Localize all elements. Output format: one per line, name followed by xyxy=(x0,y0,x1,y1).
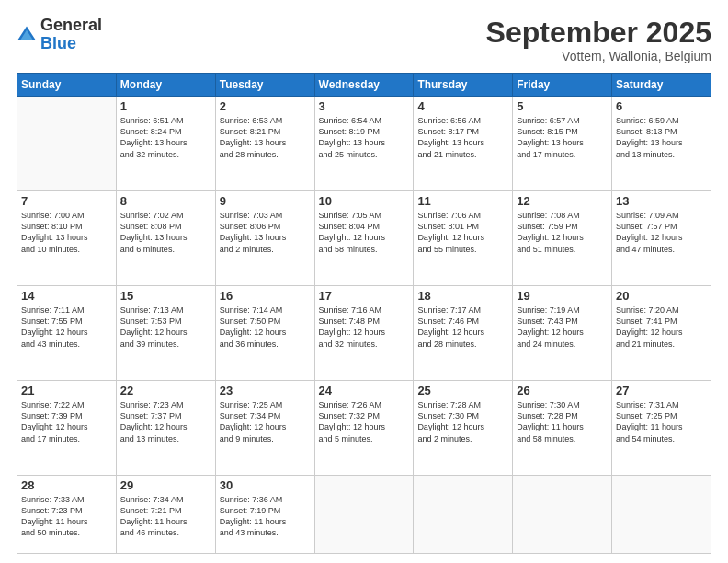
day-number: 10 xyxy=(319,194,410,208)
week-row-4: 21Sunrise: 7:22 AM Sunset: 7:39 PM Dayli… xyxy=(17,381,711,476)
table-cell xyxy=(314,476,414,554)
table-cell: 6Sunrise: 6:59 AM Sunset: 8:13 PM Daylig… xyxy=(612,97,711,191)
logo-general-text: General xyxy=(40,17,102,35)
table-cell: 24Sunrise: 7:26 AM Sunset: 7:32 PM Dayli… xyxy=(314,381,414,476)
day-number: 19 xyxy=(517,289,608,303)
table-cell: 28Sunrise: 7:33 AM Sunset: 7:23 PM Dayli… xyxy=(17,476,117,554)
table-cell xyxy=(612,476,711,554)
day-number: 15 xyxy=(120,289,211,303)
day-number: 11 xyxy=(417,194,508,208)
day-info: Sunrise: 7:19 AM Sunset: 7:43 PM Dayligh… xyxy=(517,304,608,350)
week-row-2: 7Sunrise: 7:00 AM Sunset: 8:10 PM Daylig… xyxy=(17,191,711,286)
day-info: Sunrise: 6:53 AM Sunset: 8:21 PM Dayligh… xyxy=(220,115,311,160)
table-cell: 19Sunrise: 7:19 AM Sunset: 7:43 PM Dayli… xyxy=(513,286,612,381)
day-number: 25 xyxy=(417,384,508,397)
day-number: 29 xyxy=(120,478,211,492)
table-cell: 11Sunrise: 7:06 AM Sunset: 8:01 PM Dayli… xyxy=(414,191,513,286)
day-number: 3 xyxy=(319,99,410,113)
day-info: Sunrise: 7:08 AM Sunset: 7:59 PM Dayligh… xyxy=(517,210,608,255)
day-number: 6 xyxy=(616,99,707,113)
logo-blue-text: Blue xyxy=(40,35,102,53)
day-info: Sunrise: 6:57 AM Sunset: 8:15 PM Dayligh… xyxy=(517,115,608,160)
table-cell: 26Sunrise: 7:30 AM Sunset: 7:28 PM Dayli… xyxy=(513,381,612,476)
table-cell: 13Sunrise: 7:09 AM Sunset: 7:57 PM Dayli… xyxy=(612,191,711,286)
title-block: September 2025 Vottem, Wallonia, Belgium xyxy=(486,17,711,63)
day-number: 1 xyxy=(120,99,211,113)
day-number: 20 xyxy=(616,289,707,303)
day-number: 13 xyxy=(616,194,707,208)
table-cell: 9Sunrise: 7:03 AM Sunset: 8:06 PM Daylig… xyxy=(215,191,314,286)
day-number: 30 xyxy=(220,478,311,492)
table-cell: 18Sunrise: 7:17 AM Sunset: 7:46 PM Dayli… xyxy=(414,286,513,381)
day-number: 24 xyxy=(319,384,410,397)
day-info: Sunrise: 7:13 AM Sunset: 7:53 PM Dayligh… xyxy=(120,304,211,350)
week-row-3: 14Sunrise: 7:11 AM Sunset: 7:55 PM Dayli… xyxy=(17,286,711,381)
table-cell: 8Sunrise: 7:02 AM Sunset: 8:08 PM Daylig… xyxy=(116,191,215,286)
day-number: 18 xyxy=(417,289,508,303)
day-number: 26 xyxy=(517,384,608,397)
day-info: Sunrise: 6:56 AM Sunset: 8:17 PM Dayligh… xyxy=(417,115,508,160)
header-saturday: Saturday xyxy=(612,74,711,97)
day-info: Sunrise: 7:09 AM Sunset: 7:57 PM Dayligh… xyxy=(616,210,707,255)
day-info: Sunrise: 7:03 AM Sunset: 8:06 PM Dayligh… xyxy=(220,210,311,255)
day-number: 22 xyxy=(120,384,211,397)
day-info: Sunrise: 7:16 AM Sunset: 7:48 PM Dayligh… xyxy=(319,304,410,350)
day-info: Sunrise: 7:17 AM Sunset: 7:46 PM Dayligh… xyxy=(417,304,508,350)
day-number: 14 xyxy=(21,289,112,303)
day-info: Sunrise: 7:06 AM Sunset: 8:01 PM Dayligh… xyxy=(417,210,508,255)
day-number: 2 xyxy=(220,99,311,113)
table-cell xyxy=(414,476,513,554)
month-title: September 2025 xyxy=(486,17,711,49)
table-cell: 27Sunrise: 7:31 AM Sunset: 7:25 PM Dayli… xyxy=(612,381,711,476)
table-cell: 15Sunrise: 7:13 AM Sunset: 7:53 PM Dayli… xyxy=(116,286,215,381)
table-cell: 1Sunrise: 6:51 AM Sunset: 8:24 PM Daylig… xyxy=(116,97,215,191)
day-number: 16 xyxy=(220,289,311,303)
day-info: Sunrise: 7:22 AM Sunset: 7:39 PM Dayligh… xyxy=(21,399,112,444)
table-cell: 20Sunrise: 7:20 AM Sunset: 7:41 PM Dayli… xyxy=(612,286,711,381)
day-info: Sunrise: 7:34 AM Sunset: 7:21 PM Dayligh… xyxy=(120,494,211,539)
day-info: Sunrise: 7:31 AM Sunset: 7:25 PM Dayligh… xyxy=(616,399,707,444)
table-cell: 12Sunrise: 7:08 AM Sunset: 7:59 PM Dayli… xyxy=(513,191,612,286)
day-info: Sunrise: 7:28 AM Sunset: 7:30 PM Dayligh… xyxy=(417,399,508,444)
header-wednesday: Wednesday xyxy=(314,74,414,97)
day-info: Sunrise: 7:25 AM Sunset: 7:34 PM Dayligh… xyxy=(220,399,311,444)
calendar-header-row: Sunday Monday Tuesday Wednesday Thursday… xyxy=(17,74,711,97)
day-info: Sunrise: 7:11 AM Sunset: 7:55 PM Dayligh… xyxy=(21,304,112,350)
header-thursday: Thursday xyxy=(414,74,513,97)
header-monday: Monday xyxy=(116,74,215,97)
day-number: 7 xyxy=(21,194,112,208)
day-number: 23 xyxy=(220,384,311,397)
table-cell: 29Sunrise: 7:34 AM Sunset: 7:21 PM Dayli… xyxy=(116,476,215,554)
week-row-5: 28Sunrise: 7:33 AM Sunset: 7:23 PM Dayli… xyxy=(17,476,711,554)
calendar-table: Sunday Monday Tuesday Wednesday Thursday… xyxy=(17,73,711,554)
day-info: Sunrise: 7:05 AM Sunset: 8:04 PM Dayligh… xyxy=(319,210,410,255)
table-cell: 23Sunrise: 7:25 AM Sunset: 7:34 PM Dayli… xyxy=(215,381,314,476)
day-number: 27 xyxy=(616,384,707,397)
day-number: 28 xyxy=(21,478,112,492)
table-cell: 4Sunrise: 6:56 AM Sunset: 8:17 PM Daylig… xyxy=(414,97,513,191)
day-info: Sunrise: 6:59 AM Sunset: 8:13 PM Dayligh… xyxy=(616,115,707,160)
table-cell: 21Sunrise: 7:22 AM Sunset: 7:39 PM Dayli… xyxy=(17,381,117,476)
day-number: 21 xyxy=(21,384,112,397)
day-number: 9 xyxy=(220,194,311,208)
day-info: Sunrise: 7:20 AM Sunset: 7:41 PM Dayligh… xyxy=(616,304,707,350)
table-cell: 25Sunrise: 7:28 AM Sunset: 7:30 PM Dayli… xyxy=(414,381,513,476)
table-cell: 17Sunrise: 7:16 AM Sunset: 7:48 PM Dayli… xyxy=(314,286,414,381)
day-info: Sunrise: 7:02 AM Sunset: 8:08 PM Dayligh… xyxy=(120,210,211,255)
header-tuesday: Tuesday xyxy=(215,74,314,97)
header-sunday: Sunday xyxy=(17,74,117,97)
day-info: Sunrise: 7:30 AM Sunset: 7:28 PM Dayligh… xyxy=(517,399,608,444)
day-info: Sunrise: 7:14 AM Sunset: 7:50 PM Dayligh… xyxy=(220,304,311,350)
table-cell xyxy=(17,97,117,191)
day-number: 5 xyxy=(517,99,608,113)
day-info: Sunrise: 7:26 AM Sunset: 7:32 PM Dayligh… xyxy=(319,399,410,444)
day-info: Sunrise: 7:33 AM Sunset: 7:23 PM Dayligh… xyxy=(21,494,112,539)
table-cell: 5Sunrise: 6:57 AM Sunset: 8:15 PM Daylig… xyxy=(513,97,612,191)
table-cell: 7Sunrise: 7:00 AM Sunset: 8:10 PM Daylig… xyxy=(17,191,117,286)
table-cell: 22Sunrise: 7:23 AM Sunset: 7:37 PM Dayli… xyxy=(116,381,215,476)
day-number: 4 xyxy=(417,99,508,113)
day-info: Sunrise: 7:00 AM Sunset: 8:10 PM Dayligh… xyxy=(21,210,112,255)
header-friday: Friday xyxy=(513,74,612,97)
day-info: Sunrise: 7:23 AM Sunset: 7:37 PM Dayligh… xyxy=(120,399,211,444)
day-info: Sunrise: 7:36 AM Sunset: 7:19 PM Dayligh… xyxy=(220,494,311,539)
